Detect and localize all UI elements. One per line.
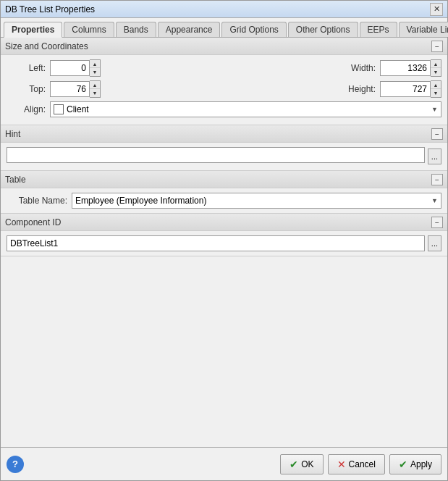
component-id-ellipsis-btn[interactable]: ... [428, 235, 441, 251]
section-hint-label: Hint [5, 129, 20, 139]
section-table-header: Table − [1, 171, 447, 188]
component-id-ellipsis-label: ... [431, 239, 438, 248]
top-spinner-btns: ▲ ▼ [90, 80, 101, 98]
width-up-btn[interactable]: ▲ [431, 60, 441, 68]
component-id-row: ... [7, 235, 441, 251]
section-component-id-collapse[interactable]: − [431, 217, 443, 228]
width-input[interactable] [380, 60, 431, 76]
cancel-label: Cancel [349, 459, 376, 469]
component-id-input[interactable] [7, 235, 425, 251]
left-input[interactable] [50, 60, 90, 76]
left-spinner: ▲ ▼ [50, 59, 101, 77]
section-size-body: Left: ▲ ▼ Width: [1, 55, 447, 125]
left-width-row: Left: ▲ ▼ Width: [7, 59, 441, 77]
title-bar: DB Tree List Properties ✕ [1, 1, 447, 18]
table-name-label: Table Name: [7, 196, 72, 206]
apply-icon: ✔ [399, 459, 407, 470]
table-name-row: Table Name: Employee (Employee Informati… [7, 193, 441, 209]
hint-ellipsis-label: ... [431, 152, 438, 161]
section-component-id-header: Component ID − [1, 214, 447, 231]
tab-bar: Properties Columns Bands Appearance Grid… [1, 18, 447, 38]
ok-icon: ✔ [289, 459, 298, 470]
width-spinner: ▲ ▼ [380, 59, 441, 77]
section-hint-header: Hint − [1, 125, 447, 143]
top-label: Top: [7, 84, 50, 94]
help-label: ? [12, 459, 18, 469]
window-title: DB Tree List Properties [5, 4, 95, 14]
section-size-header: Size and Coordinates − [1, 38, 447, 55]
content-area: Size and Coordinates − Left: ▲ ▼ [1, 38, 447, 447]
section-hint: Hint − ... [1, 125, 447, 171]
left-up-btn[interactable]: ▲ [90, 60, 100, 68]
section-component-id-body: ... [1, 231, 447, 256]
section-component-id: Component ID − ... [1, 214, 447, 256]
top-up-btn[interactable]: ▲ [90, 81, 100, 89]
tab-properties[interactable]: Properties [4, 22, 62, 38]
top-height-row: Top: ▲ ▼ Height: [7, 80, 441, 98]
top-input[interactable] [50, 81, 90, 97]
hint-ellipsis-btn[interactable]: ... [428, 149, 441, 164]
close-button[interactable]: ✕ [430, 3, 443, 16]
cancel-button[interactable]: ✕ Cancel [328, 454, 385, 474]
footer-right: ✔ OK ✕ Cancel ✔ Apply [280, 454, 441, 474]
section-size-collapse[interactable]: − [431, 41, 443, 52]
top-spinner: ▲ ▼ [50, 80, 101, 98]
apply-label: Apply [410, 459, 432, 469]
section-table-collapse[interactable]: − [431, 174, 443, 185]
section-size-coordinates: Size and Coordinates − Left: ▲ ▼ [1, 38, 447, 125]
width-label: Width: [351, 63, 380, 73]
align-dropdown[interactable]: Client ▼ [50, 101, 441, 117]
height-input[interactable] [380, 81, 431, 97]
height-spinner: ▲ ▼ [380, 80, 441, 98]
tab-grid-options[interactable]: Grid Options [221, 22, 286, 37]
left-group: Left: ▲ ▼ [7, 59, 101, 77]
top-group: Top: ▲ ▼ [7, 80, 101, 98]
width-down-btn[interactable]: ▼ [431, 68, 441, 76]
table-name-value: Employee (Employee Information) [75, 196, 206, 206]
cancel-icon: ✕ [337, 459, 346, 470]
hint-input[interactable] [7, 147, 425, 163]
section-table-label: Table [5, 175, 26, 185]
section-table: Table − Table Name: Employee (Employee I… [1, 171, 447, 214]
tab-columns[interactable]: Columns [64, 22, 114, 37]
width-spinner-btns: ▲ ▼ [431, 59, 441, 77]
align-label: Align: [7, 104, 50, 114]
left-down-btn[interactable]: ▼ [90, 68, 100, 76]
tab-bands[interactable]: Bands [116, 22, 156, 37]
tab-appearance[interactable]: Appearance [158, 22, 221, 37]
apply-button[interactable]: ✔ Apply [389, 454, 441, 474]
help-button[interactable]: ? [7, 456, 24, 473]
ok-label: OK [301, 459, 313, 469]
height-down-btn[interactable]: ▼ [431, 89, 441, 97]
section-table-body: Table Name: Employee (Employee Informati… [1, 188, 447, 213]
height-up-btn[interactable]: ▲ [431, 81, 441, 89]
table-name-arrow-icon: ▼ [431, 197, 438, 204]
height-spinner-btns: ▲ ▼ [431, 80, 441, 98]
left-label: Left: [7, 63, 50, 73]
section-component-id-label: Component ID [5, 217, 61, 227]
footer: ? ✔ OK ✕ Cancel ✔ Apply [1, 447, 447, 480]
left-spinner-btns: ▲ ▼ [90, 59, 101, 77]
main-window: DB Tree List Properties ✕ Properties Col… [0, 0, 448, 481]
ok-button[interactable]: ✔ OK [280, 454, 323, 474]
tab-other-options[interactable]: Other Options [288, 22, 358, 37]
align-checkbox[interactable] [54, 104, 64, 114]
footer-left: ? [7, 456, 24, 473]
hint-row: ... [7, 147, 441, 166]
section-hint-body: ... [1, 143, 447, 170]
table-name-dropdown[interactable]: Employee (Employee Information) ▼ [72, 193, 441, 209]
width-group: Width: ▲ ▼ [351, 59, 441, 77]
height-group: Height: ▲ ▼ [348, 80, 441, 98]
align-value: Client [67, 104, 89, 114]
section-hint-collapse[interactable]: − [431, 128, 443, 140]
align-dropdown-arrow-icon: ▼ [431, 106, 438, 113]
height-label: Height: [348, 84, 380, 94]
tab-eeps[interactable]: EEPs [360, 22, 397, 37]
align-row: Align: Client ▼ [7, 101, 441, 117]
top-down-btn[interactable]: ▼ [90, 89, 100, 97]
tab-variable-links[interactable]: Variable Links [399, 22, 448, 37]
section-size-label: Size and Coordinates [5, 41, 88, 51]
